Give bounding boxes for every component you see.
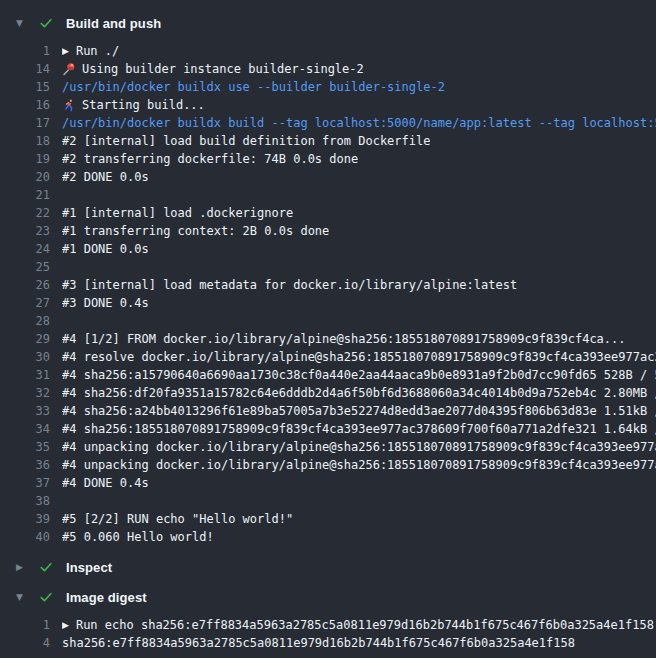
line-number[interactable]: 4 bbox=[0, 634, 50, 652]
line-number[interactable]: 23 bbox=[0, 222, 50, 240]
line-text: #5 0.060 Hello world! bbox=[62, 528, 214, 546]
line-content: Starting build... bbox=[62, 96, 205, 114]
line-number[interactable]: 30 bbox=[0, 348, 50, 366]
line-content: #5 [2/2] RUN echo "Hello world!" bbox=[62, 510, 293, 528]
line-content: #4 resolve docker.io/library/alpine@sha2… bbox=[62, 348, 656, 366]
section-header-inspect[interactable]: ▶Inspect bbox=[0, 552, 656, 582]
line-number[interactable]: 1 bbox=[0, 42, 50, 60]
line-number[interactable]: 1 bbox=[0, 616, 50, 634]
line-number[interactable]: 28 bbox=[0, 312, 50, 330]
success-check-icon bbox=[38, 589, 54, 605]
line-text: #1 DONE 0.0s bbox=[62, 240, 149, 258]
log-line: 37#4 DONE 0.4s bbox=[0, 474, 656, 492]
line-number[interactable]: 21 bbox=[0, 186, 50, 204]
line-content: sha256:e7ff8834a5963a2785c5a0811e979d16b… bbox=[62, 634, 575, 652]
line-text: #4 [1/2] FROM docker.io/library/alpine@s… bbox=[62, 330, 626, 348]
line-content: /usr/bin/docker buildx use --builder bui… bbox=[62, 78, 445, 96]
line-number[interactable]: 36 bbox=[0, 456, 50, 474]
chevron-down-icon[interactable]: ▼ bbox=[16, 19, 30, 28]
log-line: 20#2 DONE 0.0s bbox=[0, 168, 656, 186]
success-check-icon bbox=[38, 559, 54, 575]
line-text: #4 sha256:a15790640a6690aa1730c38cf0a440… bbox=[62, 366, 656, 384]
line-number[interactable]: 27 bbox=[0, 294, 50, 312]
line-text: sha256:e7ff8834a5963a2785c5a0811e979d16b… bbox=[62, 634, 575, 652]
log-line: 17/usr/bin/docker buildx build --tag loc… bbox=[0, 114, 656, 132]
line-number[interactable]: 22 bbox=[0, 204, 50, 222]
line-number[interactable]: 14 bbox=[0, 60, 50, 78]
line-number[interactable]: 18 bbox=[0, 132, 50, 150]
expand-group-icon[interactable]: ▶ bbox=[62, 621, 69, 630]
line-content: #4 sha256:a15790640a6690aa1730c38cf0a440… bbox=[62, 366, 656, 384]
line-number[interactable]: 35 bbox=[0, 438, 50, 456]
line-content: #4 DONE 0.4s bbox=[62, 474, 149, 492]
line-content: #4 [1/2] FROM docker.io/library/alpine@s… bbox=[62, 330, 626, 348]
line-text: #2 DONE 0.0s bbox=[62, 168, 149, 186]
log-line: 38 bbox=[0, 492, 656, 510]
line-number[interactable]: 16 bbox=[0, 96, 50, 114]
line-number[interactable]: 17 bbox=[0, 114, 50, 132]
log-line: 19#2 transferring dockerfile: 74B 0.0s d… bbox=[0, 150, 656, 168]
line-number[interactable]: 15 bbox=[0, 78, 50, 96]
line-number[interactable]: 29 bbox=[0, 330, 50, 348]
log-line: 34#4 sha256:185518070891758909c9f839cf4c… bbox=[0, 420, 656, 438]
log-line: 24#1 DONE 0.0s bbox=[0, 240, 656, 258]
log-line: 32#4 sha256:df20fa9351a15782c64e6dddb2d4… bbox=[0, 384, 656, 402]
line-content: #4 sha256:185518070891758909c9f839cf4ca3… bbox=[62, 420, 656, 438]
line-text: Starting build... bbox=[82, 96, 205, 114]
line-text: #3 DONE 0.4s bbox=[62, 294, 149, 312]
line-number[interactable]: 26 bbox=[0, 276, 50, 294]
line-content: #3 [internal] load metadata for docker.i… bbox=[62, 276, 517, 294]
log-line: 26#3 [internal] load metadata for docker… bbox=[0, 276, 656, 294]
line-text: #4 DONE 0.4s bbox=[62, 474, 149, 492]
line-text: #4 sha256:a24bb4013296f61e89ba57005a7b3e… bbox=[62, 402, 656, 420]
log-line: 36#4 unpacking docker.io/library/alpine@… bbox=[0, 456, 656, 474]
line-content: #2 transferring dockerfile: 74B 0.0s don… bbox=[62, 150, 358, 168]
line-content: ▶Run ./ bbox=[62, 42, 119, 60]
line-number[interactable]: 19 bbox=[0, 150, 50, 168]
line-text: #3 [internal] load metadata for docker.i… bbox=[62, 276, 517, 294]
line-text: Run ./ bbox=[76, 42, 119, 60]
section-header-build-and-push[interactable]: ▼Build and push bbox=[0, 8, 656, 38]
chevron-down-icon[interactable]: ▼ bbox=[16, 593, 30, 602]
line-content: /usr/bin/docker buildx build --tag local… bbox=[62, 114, 656, 132]
expand-group-icon[interactable]: ▶ bbox=[62, 47, 69, 56]
log-section-inspect: ▶Inspect bbox=[0, 552, 656, 582]
line-number[interactable]: 31 bbox=[0, 366, 50, 384]
log-line: 1▶Run ./ bbox=[0, 42, 656, 60]
line-text: #2 [internal] load build definition from… bbox=[62, 132, 430, 150]
log-line: 1▶Run echo sha256:e7ff8834a5963a2785c5a0… bbox=[0, 616, 656, 634]
line-content: #1 [internal] load .dockerignore bbox=[62, 204, 293, 222]
line-content: #3 DONE 0.4s bbox=[62, 294, 149, 312]
line-number[interactable]: 24 bbox=[0, 240, 50, 258]
line-text: #5 [2/2] RUN echo "Hello world!" bbox=[62, 510, 293, 528]
line-number[interactable]: 38 bbox=[0, 492, 50, 510]
line-content: Using builder instance builder-single-2 bbox=[62, 60, 364, 78]
log-line: 18#2 [internal] load build definition fr… bbox=[0, 132, 656, 150]
line-text: #4 resolve docker.io/library/alpine@sha2… bbox=[62, 348, 656, 366]
line-number[interactable]: 32 bbox=[0, 384, 50, 402]
log-line: 23#1 transferring context: 2B 0.0s done bbox=[0, 222, 656, 240]
line-content: #1 transferring context: 2B 0.0s done bbox=[62, 222, 329, 240]
line-number[interactable]: 33 bbox=[0, 402, 50, 420]
log-line: 39#5 [2/2] RUN echo "Hello world!" bbox=[0, 510, 656, 528]
line-number[interactable]: 34 bbox=[0, 420, 50, 438]
chevron-right-icon[interactable]: ▶ bbox=[16, 563, 30, 572]
line-content: #2 [internal] load build definition from… bbox=[62, 132, 430, 150]
line-content: ▶Run echo sha256:e7ff8834a5963a2785c5a08… bbox=[62, 616, 654, 634]
line-text: #4 sha256:185518070891758909c9f839cf4ca3… bbox=[62, 420, 656, 438]
log-line: 33#4 sha256:a24bb4013296f61e89ba57005a7b… bbox=[0, 402, 656, 420]
log-section-build-and-push: ▼Build and push1▶Run ./14Using builder i… bbox=[0, 8, 656, 552]
line-number[interactable]: 39 bbox=[0, 510, 50, 528]
log-line: 25 bbox=[0, 258, 656, 276]
line-number[interactable]: 20 bbox=[0, 168, 50, 186]
line-number[interactable]: 40 bbox=[0, 528, 50, 546]
success-check-icon bbox=[38, 15, 54, 31]
line-text: /usr/bin/docker buildx use --builder bui… bbox=[62, 78, 445, 96]
section-lines: 1▶Run echo sha256:e7ff8834a5963a2785c5a0… bbox=[0, 612, 656, 658]
log-line: 14Using builder instance builder-single-… bbox=[0, 60, 656, 78]
line-number[interactable]: 37 bbox=[0, 474, 50, 492]
line-text: #2 transferring dockerfile: 74B 0.0s don… bbox=[62, 150, 358, 168]
log-line: 21 bbox=[0, 186, 656, 204]
section-header-image-digest[interactable]: ▼Image digest bbox=[0, 582, 656, 612]
line-number[interactable]: 25 bbox=[0, 258, 50, 276]
